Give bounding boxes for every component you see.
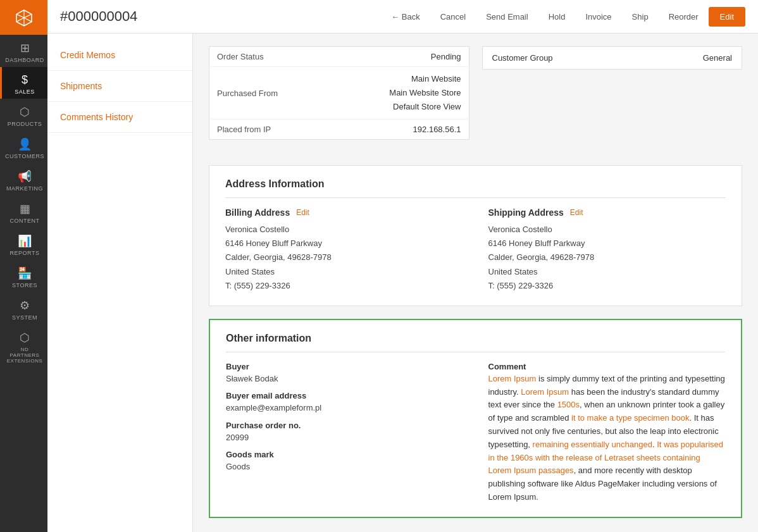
marketing-icon: 📢 <box>18 170 32 183</box>
sidebar-item-label: SALES <box>15 89 35 95</box>
sidebar-item-label: CONTENT <box>10 218 40 224</box>
back-button[interactable]: ← Back <box>381 7 430 27</box>
customer-group-label: Customer Group <box>492 53 553 63</box>
sales-icon: $ <box>22 73 28 87</box>
sidebar-item-extensions[interactable]: ⬡ ND PARTNERS EXTENSIONS <box>0 325 47 368</box>
goods-mark-label: Goods mark <box>226 450 463 459</box>
send-email-button[interactable]: Send Email <box>476 7 538 27</box>
purchased-from-label: Purchased From <box>209 67 326 120</box>
shipping-phone: T: (555) 229-3326 <box>488 281 554 290</box>
nav-item-shipments[interactable]: Shipments <box>47 71 192 102</box>
billing-name: Veronica Costello <box>225 225 289 234</box>
sidebar-item-label: PRODUCTS <box>8 121 42 127</box>
shipping-address-title: Shipping Address Edit <box>488 207 726 218</box>
sidebar-item-content[interactable]: ▦ CONTENT <box>0 195 47 228</box>
other-info-title: Other information <box>226 333 725 352</box>
buyer-email-label: Buyer email address <box>226 391 463 400</box>
shipping-street: 6146 Honey Bluff Parkway <box>488 238 585 248</box>
customers-icon: 👤 <box>18 137 32 151</box>
sidebar: ⊞ DASHBOARD $ SALES ⬡ PRODUCTS 👤 CUSTOME… <box>0 0 47 532</box>
billing-phone: T: (555) 229-3326 <box>225 281 290 290</box>
shipping-city-state: Calder, Georgia, 49628-7978 <box>488 252 595 262</box>
billing-address-col: Billing Address Edit Veronica Costello 6… <box>225 207 463 292</box>
billing-street: 6146 Honey Bluff Parkway <box>225 238 322 248</box>
dashboard-icon: ⊞ <box>20 41 30 55</box>
shipping-name: Veronica Costello <box>488 225 552 234</box>
billing-country: United States <box>225 267 275 276</box>
sidebar-item-label: STORES <box>12 282 37 288</box>
nav-item-comments-history[interactable]: Comments History <box>47 102 192 133</box>
order-status-value: Pending <box>326 47 469 67</box>
sidebar-item-label: CUSTOMERS <box>5 153 44 159</box>
nav-item-credit-memos[interactable]: Credit Memos <box>47 40 192 71</box>
buyer-label: Buyer <box>226 362 463 371</box>
address-section: Address Information Billing Address Edit… <box>209 165 742 306</box>
customer-group-value: General <box>703 53 732 63</box>
page-content: Order Status Pending Purchased From Main… <box>193 34 758 532</box>
comment-col: Comment Lorem Ipsum is simply dummy text… <box>488 362 726 504</box>
page-title: #000000004 <box>60 8 137 25</box>
buyer-value: Sławek Bodak <box>226 373 463 385</box>
buyer-col: Buyer Sławek Bodak Buyer email address e… <box>226 362 463 504</box>
placed-from-ip-label: Placed from IP <box>209 120 326 140</box>
ship-button[interactable]: Ship <box>622 7 659 27</box>
sidebar-item-label: MARKETING <box>6 185 43 192</box>
other-info-section: Other information Buyer Sławek Bodak Buy… <box>209 319 742 518</box>
toolbar-actions: ← Back Cancel Send Email Hold Invoice Sh… <box>381 7 745 27</box>
buyer-email-value: example@exampleform.pl <box>226 402 463 414</box>
content-icon: ▦ <box>20 202 30 216</box>
cancel-button[interactable]: Cancel <box>430 7 476 27</box>
sidebar-item-customers[interactable]: 👤 CUSTOMERS <box>0 131 47 163</box>
sidebar-item-reports[interactable]: 📊 REPORTS <box>0 228 47 260</box>
customer-group-box: Customer Group General <box>482 46 743 70</box>
system-icon: ⚙ <box>20 299 30 312</box>
left-nav: Credit Memos Shipments Comments History <box>47 34 193 532</box>
purchased-from-value: Main WebsiteMain Website StoreDefault St… <box>326 67 469 120</box>
shipping-address-col: Shipping Address Edit Veronica Costello … <box>488 207 726 292</box>
sidebar-item-products[interactable]: ⬡ PRODUCTS <box>0 99 47 131</box>
order-status-row: Order Status Pending <box>209 47 469 67</box>
goods-mark-value: Goods <box>226 461 463 473</box>
purchase-order-value: 20999 <box>226 431 463 444</box>
sidebar-item-sales[interactable]: $ SALES <box>0 67 47 99</box>
sidebar-item-system[interactable]: ⚙ SYSTEM <box>0 292 47 325</box>
billing-address-text: Veronica Costello 6146 Honey Bluff Parkw… <box>225 223 463 292</box>
placed-from-ip-row: Placed from IP 192.168.56.1 <box>209 120 469 140</box>
sidebar-item-stores[interactable]: 🏪 STORES <box>0 260 47 292</box>
stores-icon: 🏪 <box>18 266 32 280</box>
toolbar: #000000004 ← Back Cancel Send Email Hold… <box>47 0 758 34</box>
reorder-button[interactable]: Reorder <box>659 7 709 27</box>
order-info-table: Order Status Pending Purchased From Main… <box>209 46 469 140</box>
sidebar-item-dashboard[interactable]: ⊞ DASHBOARD <box>0 35 47 67</box>
placed-from-ip-value: 192.168.56.1 <box>326 120 469 140</box>
body-area: Credit Memos Shipments Comments History … <box>47 34 758 532</box>
sidebar-item-label: SYSTEM <box>12 314 37 321</box>
sidebar-item-label: ND PARTNERS EXTENSIONS <box>5 347 44 364</box>
sidebar-item-label: REPORTS <box>10 250 40 256</box>
address-cols: Billing Address Edit Veronica Costello 6… <box>225 207 726 292</box>
products-icon: ⬡ <box>20 105 30 119</box>
extensions-icon: ⬡ <box>20 331 30 345</box>
shipping-country: United States <box>488 267 538 276</box>
logo[interactable] <box>0 0 47 35</box>
shipping-address-text: Veronica Costello 6146 Honey Bluff Parkw… <box>488 223 726 292</box>
purchased-from-row: Purchased From Main WebsiteMain Website … <box>209 67 469 120</box>
main-content: #000000004 ← Back Cancel Send Email Hold… <box>47 0 758 532</box>
sidebar-item-marketing[interactable]: 📢 MARKETING <box>0 163 47 195</box>
address-section-title: Address Information <box>225 178 726 198</box>
invoice-button[interactable]: Invoice <box>575 7 621 27</box>
billing-address-title: Billing Address Edit <box>225 207 463 218</box>
hold-button[interactable]: Hold <box>538 7 576 27</box>
reports-icon: 📊 <box>18 234 32 248</box>
purchase-order-label: Purchase order no. <box>226 421 463 430</box>
billing-edit-link[interactable]: Edit <box>296 208 309 217</box>
billing-city-state: Calder, Georgia, 49628-7978 <box>225 252 332 262</box>
comment-text: Lorem Ipsum is simply dummy text of the … <box>488 373 726 504</box>
edit-button[interactable]: Edit <box>709 7 745 27</box>
shipping-edit-link[interactable]: Edit <box>570 208 583 217</box>
comment-label: Comment <box>488 362 726 371</box>
sidebar-item-label: DASHBOARD <box>5 57 44 63</box>
order-status-label: Order Status <box>209 47 326 67</box>
other-info-cols: Buyer Sławek Bodak Buyer email address e… <box>226 362 725 504</box>
